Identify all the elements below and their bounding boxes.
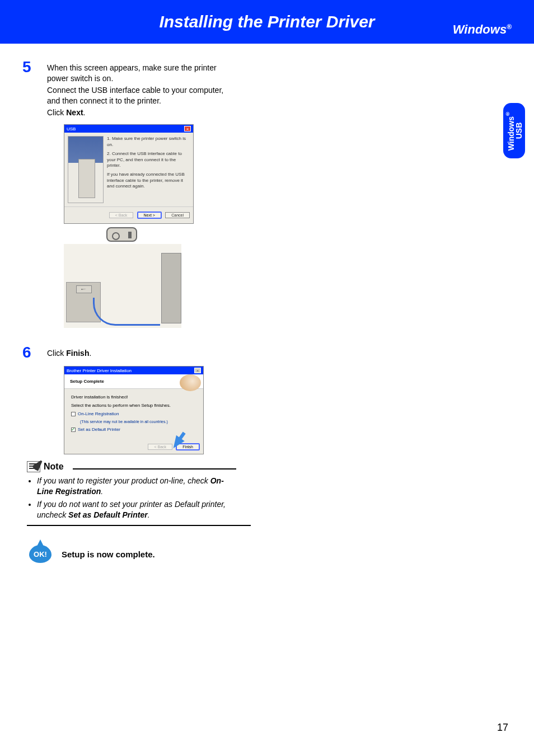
step6-line1: Click Finish. <box>47 348 236 359</box>
page-number: 17 <box>497 722 508 734</box>
default-printer-checkbox[interactable]: Set as Default Printer <box>71 427 196 432</box>
usb-hub-icon <box>106 227 137 242</box>
header-os: Windows® <box>453 22 512 37</box>
note-item: If you do not want to set your printer a… <box>37 499 236 520</box>
side-tab-port: USB <box>514 123 523 139</box>
note-item: If you want to register your product on-… <box>37 476 236 497</box>
step-6: 6 Click Finish. <box>22 345 236 360</box>
finish-dialog: Brother Printer Driver Installation × Se… <box>64 366 204 454</box>
dlg1-line2: 2. Connect the USB interface cable to yo… <box>107 151 190 168</box>
dlg2-select: Select the actions to perform when Setup… <box>71 403 196 408</box>
step-number: 5 <box>22 59 47 75</box>
next-button[interactable]: Next > <box>137 212 162 219</box>
online-registration-checkbox[interactable]: On-Line Registration <box>71 411 196 416</box>
dlg1-line1: 1. Make sure the printer power switch is… <box>107 136 190 148</box>
note-header: Note <box>27 461 236 472</box>
note-title: Note <box>44 462 64 472</box>
step-body: Click Finish. <box>47 345 236 360</box>
dialog-footer: < Back Next > Cancel <box>64 206 193 223</box>
step-5: 5 When this screen appears, make sure th… <box>22 59 236 119</box>
dialog-text: 1. Make sure the printer power switch is… <box>107 136 190 203</box>
dialog-title: USB <box>67 126 76 132</box>
step-body: When this screen appears, make sure the … <box>47 59 236 119</box>
close-icon[interactable]: × <box>194 368 201 373</box>
checkbox-icon <box>71 428 76 432</box>
registered-mark: ® <box>507 23 512 31</box>
step-number: 6 <box>22 345 47 360</box>
setup-complete-text: Setup is now complete. <box>62 550 155 559</box>
connection-photo: •← <box>64 244 181 328</box>
close-icon[interactable]: × <box>184 126 191 132</box>
horizontal-rule <box>73 468 236 469</box>
note-list: If you want to register your product on-… <box>22 476 236 520</box>
usb-dialog: USB × 1. Make sure the printer power swi… <box>64 124 194 224</box>
ok-badge-icon: OK! <box>29 545 51 563</box>
dialog-footer: < Back Finish <box>64 440 203 454</box>
step5-line1: When this screen appears, make sure the … <box>47 63 236 84</box>
setup-complete-row: OK! Setup is now complete. <box>29 545 236 563</box>
step5-line3: Click Next. <box>47 107 236 118</box>
note-icon <box>27 461 40 472</box>
checkbox-icon <box>71 412 76 416</box>
dialog-body: 1. Make sure the printer power switch is… <box>64 133 193 206</box>
dlg2-finished: Driver installation is finished! <box>71 395 196 400</box>
dialog-titlebar: Brother Printer Driver Installation × <box>64 367 203 374</box>
dialog-title: Brother Printer Driver Installation <box>67 368 132 373</box>
horizontal-rule <box>27 525 251 526</box>
side-tab: Windows® USB <box>503 103 525 158</box>
usb-cable-icon <box>93 298 160 326</box>
service-note: (This service may not be available in al… <box>80 420 196 424</box>
registered-mark: ® <box>505 111 510 116</box>
header-os-name: Windows <box>453 22 507 36</box>
cancel-button[interactable]: Cancel <box>165 212 190 218</box>
side-tab-text: Windows® USB <box>505 111 523 151</box>
usb-hub-drawing <box>106 227 236 242</box>
dlg1-line3: If you have already connected the USB in… <box>107 172 190 189</box>
dialog-titlebar: USB × <box>64 125 193 133</box>
usb-port-label: •← <box>76 285 92 293</box>
printer-illustration <box>68 136 104 203</box>
main-content: 5 When this screen appears, make sure th… <box>0 44 257 563</box>
page-header: Installing the Printer Driver Windows® <box>0 0 534 44</box>
step5-line2: Connect the USB interface cable to your … <box>47 85 236 106</box>
printer-icon <box>161 253 181 323</box>
back-button[interactable]: < Back <box>109 212 134 218</box>
dialog-heading: Setup Complete <box>64 374 203 389</box>
